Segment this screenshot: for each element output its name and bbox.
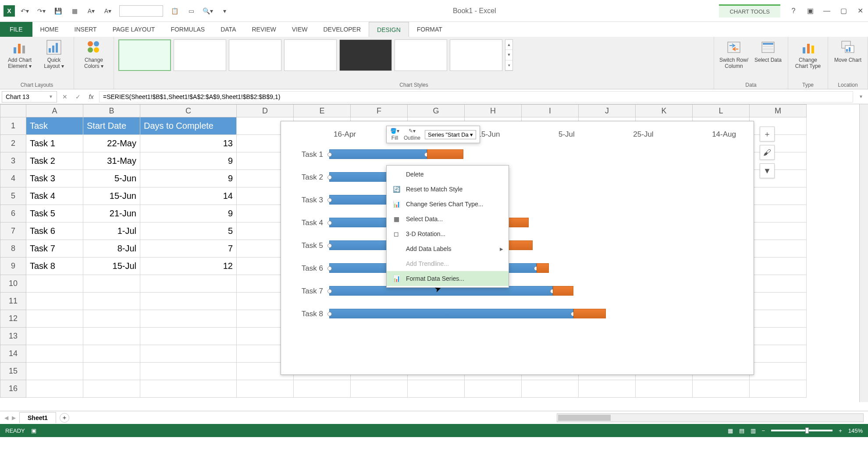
cell[interactable] [750,135,807,152]
view-page-layout-icon[interactable]: ▤ [739,427,744,434]
cell[interactable]: 9 [140,170,237,187]
column-header[interactable]: B [83,104,140,117]
chart-style-2[interactable] [174,39,226,71]
row-header[interactable]: 12 [0,310,26,328]
cell[interactable] [465,380,522,398]
cell[interactable]: Task 6 [26,222,83,240]
row-header[interactable]: 11 [0,293,26,310]
bar-start-date[interactable] [329,309,573,318]
cm-3d-rotation[interactable]: ◻3-D Rotation... [387,226,509,241]
cell[interactable] [750,187,807,205]
cell[interactable] [750,240,807,258]
cell[interactable] [140,363,237,380]
row-header[interactable]: 8 [0,240,26,258]
row-header[interactable]: 4 [0,170,26,187]
cell[interactable]: 15-Jun [83,187,140,205]
vertical-scrollbar[interactable] [859,104,868,402]
column-header[interactable]: E [294,104,351,117]
cell[interactable] [750,310,807,328]
chart-style-1[interactable] [118,39,171,71]
cell[interactable]: 5-Jun [83,170,140,187]
cell[interactable] [26,310,83,328]
row-header[interactable]: 16 [0,380,26,398]
tab-design[interactable]: DESIGN [369,22,409,37]
row-header[interactable]: 2 [0,135,26,152]
fill-button[interactable]: 🪣▾ Fill [390,128,399,141]
cell[interactable]: 13 [140,135,237,152]
bar-start-date[interactable] [329,149,427,159]
cell[interactable]: 1-Jul [83,222,140,240]
row-header[interactable]: 6 [0,205,26,222]
cell[interactable]: 7 [140,240,237,258]
zoom-out-icon[interactable]: − [762,427,765,434]
cell[interactable]: 14 [140,187,237,205]
column-header[interactable]: F [351,104,408,117]
cell[interactable] [693,380,750,398]
formula-expand-icon[interactable]: ▼ [856,92,866,102]
switch-row-column-button[interactable]: Switch Row/ Column [719,39,749,69]
column-header[interactable]: J [579,104,636,117]
font-selector[interactable] [119,5,163,17]
cell[interactable] [26,345,83,363]
cell[interactable] [294,380,351,398]
cell[interactable] [351,380,408,398]
tab-format[interactable]: FORMAT [409,22,450,37]
tab-review[interactable]: REVIEW [244,22,284,37]
formula-input[interactable]: =SERIES(Sheet1!$B$1,Sheet1!$A$2:$A$9,She… [99,91,853,102]
change-colors-button[interactable]: Change Colors ▾ [78,39,109,69]
cell[interactable]: Task 4 [26,187,83,205]
minimize-icon[interactable]: — [822,7,831,15]
tab-insert[interactable]: INSERT [67,22,105,37]
zoom-in-icon[interactable]: + [839,427,842,434]
bar-days[interactable] [427,149,464,159]
cell[interactable]: Task 2 [26,152,83,170]
cell[interactable]: Task [26,117,83,135]
column-header[interactable]: I [522,104,579,117]
style-gallery-nav[interactable]: ▲▼▾ [505,39,513,71]
undo-icon[interactable]: ↶▾ [19,6,30,16]
column-header[interactable]: M [750,104,807,117]
add-sheet-button[interactable]: ＋ [60,413,69,423]
cell[interactable]: 22-May [83,135,140,152]
tab-file[interactable]: FILE [0,22,32,37]
chart-filter-funnel-icon[interactable]: ▼ [760,163,775,178]
font-decrease-icon[interactable]: A▾ [86,6,96,16]
cell[interactable] [26,328,83,345]
cell[interactable] [750,328,807,345]
font-increase-icon[interactable]: A▾ [103,6,113,16]
cell[interactable]: Task 5 [26,205,83,222]
bar-days[interactable] [573,309,606,318]
cell[interactable] [83,363,140,380]
cancel-icon[interactable]: ✕ [60,92,70,102]
row-header[interactable]: 10 [0,275,26,293]
cm-format-data-series[interactable]: 📊Format Data Series... [387,271,509,286]
chart-plot-area[interactable]: Task 1Task 2Task 3Task 4Task 5Task 6Task… [281,139,754,334]
fx-icon[interactable]: fx [86,92,96,102]
cell[interactable]: 5 [140,222,237,240]
cell[interactable]: Start Date [83,117,140,135]
cell[interactable]: Task 3 [26,170,83,187]
select-data-button[interactable]: Select Data [753,39,783,63]
row-header[interactable]: 3 [0,152,26,170]
cell[interactable] [750,275,807,293]
cm-reset[interactable]: 🔄Reset to Match Style [387,182,509,197]
move-chart-button[interactable]: Move Chart [832,39,863,63]
zoom-slider[interactable] [771,430,832,431]
paste-icon[interactable]: 📋 [169,6,180,16]
column-header[interactable]: C [140,104,237,117]
cell[interactable]: 9 [140,152,237,170]
cell[interactable]: Task 1 [26,135,83,152]
close-icon[interactable]: ✕ [856,7,864,15]
tab-home[interactable]: HOME [32,22,67,37]
column-header[interactable]: K [636,104,693,117]
tab-data[interactable]: DATA [213,22,244,37]
help-icon[interactable]: ? [789,7,798,15]
cell[interactable] [750,152,807,170]
cell[interactable] [83,293,140,310]
chart-style-3[interactable] [229,39,281,71]
outline-button[interactable]: ✎▾ Outline [404,128,420,141]
cell[interactable]: 31-May [83,152,140,170]
cell[interactable]: 12 [140,258,237,275]
chart-style-6[interactable] [395,39,447,71]
cell[interactable] [140,310,237,328]
